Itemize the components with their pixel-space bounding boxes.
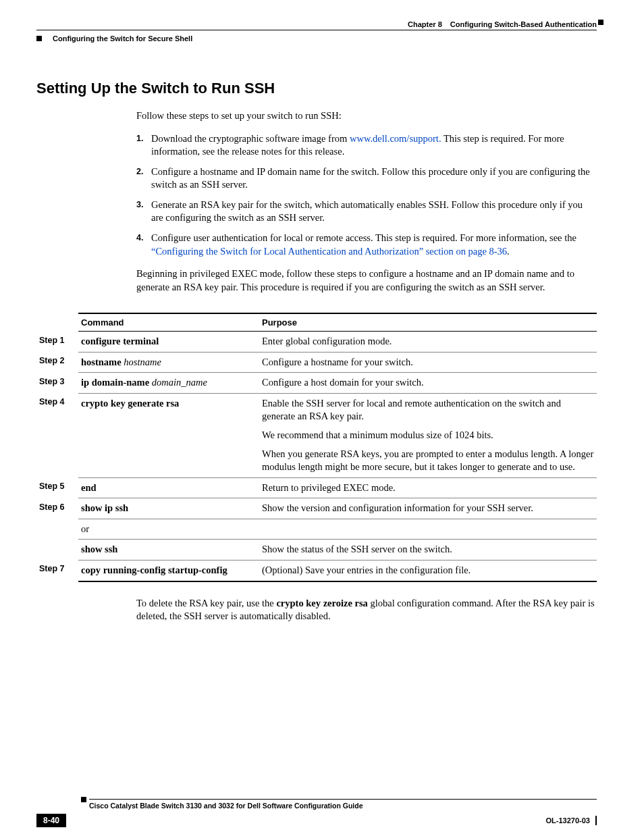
section-title: Setting Up the Switch to Run SSH <box>36 80 597 97</box>
step-label: Step 4 <box>36 393 78 477</box>
purpose-cell: Enter global configuration mode. <box>259 332 597 353</box>
step-label: Step 6 <box>36 498 78 519</box>
table-row: Step 3 ip domain-name domain_name Config… <box>36 373 597 394</box>
list-item: 3. Generate an RSA key pair for the swit… <box>136 199 597 225</box>
command-cell: configure terminal <box>78 332 259 353</box>
intro-paragraph: Follow these steps to set up your switch… <box>136 109 597 123</box>
command-table: Command Purpose Step 1 configure termina… <box>36 313 597 581</box>
step-text: Configure user authentication for local … <box>151 232 597 258</box>
document-id: OL-13270-03 <box>546 816 597 825</box>
step-label: Step 5 <box>36 477 78 498</box>
list-item: 1. Download the cryptographic software i… <box>136 132 597 159</box>
ordered-steps: 1. Download the cryptographic software i… <box>136 132 597 259</box>
table-row: Step 5 end Return to privileged EXEC mod… <box>36 477 597 498</box>
purpose-cell: (Optional) Save your entries in the conf… <box>259 560 597 581</box>
command-cell: crypto key generate rsa <box>78 393 259 477</box>
table-row: Step 6 show ip ssh Show the version and … <box>36 498 597 519</box>
command-cell: show ip ssh <box>78 498 259 519</box>
purpose-cell: Return to privileged EXEC mode. <box>259 477 597 498</box>
chapter-number: Chapter 8 <box>408 20 442 28</box>
step-number: 4. <box>136 232 151 258</box>
guide-title: Cisco Catalyst Blade Switch 3130 and 303… <box>89 802 363 810</box>
table-row: or <box>36 519 597 540</box>
step-label: Step 1 <box>36 332 78 353</box>
support-link[interactable]: www.dell.com/support. <box>350 133 441 144</box>
purpose-cell: Configure a hostname for your switch. <box>259 352 597 373</box>
cross-reference-link[interactable]: “Configuring the Switch for Local Authen… <box>151 246 507 257</box>
col-header-purpose: Purpose <box>259 313 597 332</box>
step-text: Generate an RSA key pair for the switch,… <box>151 199 597 225</box>
purpose-cell: Enable the SSH server for local and remo… <box>259 393 597 477</box>
command-cell: hostname hostname <box>78 352 259 373</box>
page-number: 8-40 <box>36 814 66 827</box>
list-item: 4. Configure user authentication for loc… <box>136 232 597 258</box>
header-endcap-icon <box>598 20 603 25</box>
step-label: Step 7 <box>36 560 78 581</box>
command-cell: show ssh <box>78 540 259 561</box>
step-number: 1. <box>136 132 151 159</box>
running-head-text: Configuring the Switch for Secure Shell <box>53 34 192 43</box>
table-row: Step 1 configure terminal Enter global c… <box>36 332 597 353</box>
header-startcap-icon <box>36 36 42 41</box>
command-cell: ip domain-name domain_name <box>78 373 259 394</box>
step-text: Download the cryptographic software imag… <box>151 132 597 159</box>
table-row: Step 2 hostname hostname Configure a hos… <box>36 352 597 373</box>
footer-bar-icon <box>595 816 597 825</box>
chapter-title: Configuring Switch-Based Authentication <box>450 20 597 28</box>
purpose-cell: Show the status of the SSH server on the… <box>259 540 597 561</box>
step-number: 3. <box>136 199 151 225</box>
step-text: Configure a hostname and IP domain name … <box>151 165 597 192</box>
purpose-cell: Configure a host domain for your switch. <box>259 373 597 394</box>
paragraph: Beginning in privileged EXEC mode, follo… <box>136 267 597 294</box>
col-header-command: Command <box>78 313 259 332</box>
command-or: or <box>78 519 259 540</box>
closing-paragraph: To delete the RSA key pair, use the cryp… <box>136 597 597 623</box>
command-cell: end <box>78 477 259 498</box>
step-label: Step 3 <box>36 373 78 394</box>
table-row: Step 7 copy running-config startup-confi… <box>36 560 597 581</box>
table-row: show ssh Show the status of the SSH serv… <box>36 540 597 561</box>
step-number: 2. <box>136 165 151 192</box>
step-label: Step 2 <box>36 352 78 373</box>
running-header: Chapter 8 Configuring Switch-Based Authe… <box>36 20 597 30</box>
page-footer: Cisco Catalyst Blade Switch 3130 and 303… <box>36 799 597 827</box>
list-item: 2. Configure a hostname and IP domain na… <box>136 165 597 192</box>
footer-endcap-icon <box>81 797 86 802</box>
purpose-cell: Show the version and configuration infor… <box>259 498 597 519</box>
table-row: Step 4 crypto key generate rsa Enable th… <box>36 393 597 477</box>
section-running-head: Configuring the Switch for Secure Shell <box>36 34 597 43</box>
command-cell: copy running-config startup-config <box>78 560 259 581</box>
